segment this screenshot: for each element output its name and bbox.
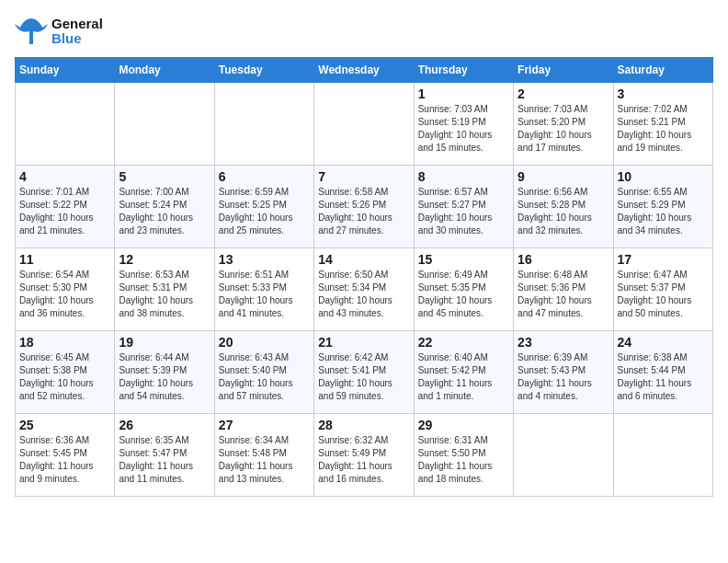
calendar-body: 1Sunrise: 7:03 AM Sunset: 5:19 PM Daylig… xyxy=(16,83,713,497)
calendar-day-cell: 17Sunrise: 6:47 AM Sunset: 5:37 PM Dayli… xyxy=(613,248,712,331)
calendar-day-cell xyxy=(613,414,712,497)
day-number: 28 xyxy=(318,418,409,432)
calendar-day-header: Saturday xyxy=(613,58,712,83)
day-number: 24 xyxy=(618,335,709,350)
day-number: 16 xyxy=(518,252,609,267)
day-info: Sunrise: 6:36 AM Sunset: 5:45 PM Dayligh… xyxy=(19,434,110,486)
day-number: 6 xyxy=(219,169,310,184)
calendar-day-cell: 5Sunrise: 7:00 AM Sunset: 5:24 PM Daylig… xyxy=(115,166,214,248)
day-number: 9 xyxy=(518,169,609,184)
day-info: Sunrise: 7:01 AM Sunset: 5:22 PM Dayligh… xyxy=(19,186,110,237)
day-number: 2 xyxy=(518,86,609,101)
day-info: Sunrise: 7:03 AM Sunset: 5:20 PM Dayligh… xyxy=(518,103,609,155)
day-number: 23 xyxy=(518,335,609,350)
day-number: 18 xyxy=(19,335,110,350)
calendar-week-row: 18Sunrise: 6:45 AM Sunset: 5:38 PM Dayli… xyxy=(16,331,713,414)
day-number: 26 xyxy=(119,418,210,432)
calendar-day-header: Thursday xyxy=(414,58,513,83)
logo-blue-text: Blue xyxy=(51,31,103,47)
calendar-day-cell: 13Sunrise: 6:51 AM Sunset: 5:33 PM Dayli… xyxy=(214,248,313,331)
calendar-day-cell: 27Sunrise: 6:34 AM Sunset: 5:48 PM Dayli… xyxy=(214,414,313,497)
calendar-week-row: 25Sunrise: 6:36 AM Sunset: 5:45 PM Dayli… xyxy=(16,414,713,497)
calendar-day-cell: 22Sunrise: 6:40 AM Sunset: 5:42 PM Dayli… xyxy=(414,331,513,414)
day-info: Sunrise: 6:42 AM Sunset: 5:41 PM Dayligh… xyxy=(318,351,409,403)
calendar-day-header: Wednesday xyxy=(314,58,414,83)
day-info: Sunrise: 6:43 AM Sunset: 5:40 PM Dayligh… xyxy=(219,351,310,403)
day-number: 21 xyxy=(318,335,409,350)
day-number: 14 xyxy=(318,252,409,267)
calendar-day-cell: 15Sunrise: 6:49 AM Sunset: 5:35 PM Dayli… xyxy=(414,248,513,331)
day-info: Sunrise: 6:58 AM Sunset: 5:26 PM Dayligh… xyxy=(318,186,409,237)
calendar-day-cell: 29Sunrise: 6:31 AM Sunset: 5:50 PM Dayli… xyxy=(414,414,513,497)
day-info: Sunrise: 6:32 AM Sunset: 5:49 PM Dayligh… xyxy=(318,434,409,486)
calendar-week-row: 1Sunrise: 7:03 AM Sunset: 5:19 PM Daylig… xyxy=(16,83,713,166)
day-info: Sunrise: 7:03 AM Sunset: 5:19 PM Dayligh… xyxy=(418,103,509,155)
day-number: 22 xyxy=(418,335,509,350)
calendar-day-cell xyxy=(514,414,613,497)
calendar-day-cell: 26Sunrise: 6:35 AM Sunset: 5:47 PM Dayli… xyxy=(115,414,214,497)
calendar-header-row: SundayMondayTuesdayWednesdayThursdayFrid… xyxy=(16,58,713,83)
calendar-day-cell: 10Sunrise: 6:55 AM Sunset: 5:29 PM Dayli… xyxy=(613,166,712,248)
day-info: Sunrise: 6:54 AM Sunset: 5:30 PM Dayligh… xyxy=(19,269,110,320)
calendar-day-cell: 14Sunrise: 6:50 AM Sunset: 5:34 PM Dayli… xyxy=(314,248,414,331)
logo-general-text: General xyxy=(51,17,103,32)
day-info: Sunrise: 6:35 AM Sunset: 5:47 PM Dayligh… xyxy=(119,434,210,486)
day-number: 20 xyxy=(219,335,310,350)
calendar-day-cell: 6Sunrise: 6:59 AM Sunset: 5:25 PM Daylig… xyxy=(214,166,313,248)
calendar-day-cell xyxy=(314,83,414,166)
calendar-week-row: 4Sunrise: 7:01 AM Sunset: 5:22 PM Daylig… xyxy=(16,166,713,248)
day-info: Sunrise: 6:53 AM Sunset: 5:31 PM Dayligh… xyxy=(119,269,210,320)
day-number: 11 xyxy=(19,252,110,267)
day-info: Sunrise: 6:44 AM Sunset: 5:39 PM Dayligh… xyxy=(119,351,210,403)
day-number: 19 xyxy=(119,335,210,350)
day-info: Sunrise: 6:49 AM Sunset: 5:35 PM Dayligh… xyxy=(418,269,509,320)
day-info: Sunrise: 6:55 AM Sunset: 5:29 PM Dayligh… xyxy=(618,186,709,237)
day-number: 15 xyxy=(418,252,509,267)
page-header: General Blue xyxy=(15,15,713,48)
calendar-day-cell: 20Sunrise: 6:43 AM Sunset: 5:40 PM Dayli… xyxy=(214,331,313,414)
day-number: 5 xyxy=(119,169,210,184)
calendar-day-cell: 19Sunrise: 6:44 AM Sunset: 5:39 PM Dayli… xyxy=(115,331,214,414)
calendar-day-header: Monday xyxy=(115,58,214,83)
calendar-day-cell: 12Sunrise: 6:53 AM Sunset: 5:31 PM Dayli… xyxy=(115,248,214,331)
calendar-day-cell: 16Sunrise: 6:48 AM Sunset: 5:36 PM Dayli… xyxy=(514,248,613,331)
day-number: 3 xyxy=(618,86,709,101)
day-info: Sunrise: 6:59 AM Sunset: 5:25 PM Dayligh… xyxy=(219,186,310,237)
day-number: 29 xyxy=(418,418,509,432)
logo: General Blue xyxy=(15,15,103,48)
day-info: Sunrise: 6:38 AM Sunset: 5:44 PM Dayligh… xyxy=(618,351,709,403)
calendar-day-cell xyxy=(214,83,313,166)
day-number: 12 xyxy=(119,252,210,267)
day-info: Sunrise: 6:51 AM Sunset: 5:33 PM Dayligh… xyxy=(219,269,310,320)
calendar-day-cell: 2Sunrise: 7:03 AM Sunset: 5:20 PM Daylig… xyxy=(514,83,613,166)
calendar-day-cell: 9Sunrise: 6:56 AM Sunset: 5:28 PM Daylig… xyxy=(514,166,613,248)
calendar-day-header: Tuesday xyxy=(214,58,313,83)
day-info: Sunrise: 7:00 AM Sunset: 5:24 PM Dayligh… xyxy=(119,186,210,237)
calendar-day-cell: 21Sunrise: 6:42 AM Sunset: 5:41 PM Dayli… xyxy=(314,331,414,414)
day-info: Sunrise: 6:57 AM Sunset: 5:27 PM Dayligh… xyxy=(418,186,509,237)
calendar-day-cell: 8Sunrise: 6:57 AM Sunset: 5:27 PM Daylig… xyxy=(414,166,513,248)
calendar-day-cell xyxy=(16,83,115,166)
calendar-day-cell: 3Sunrise: 7:02 AM Sunset: 5:21 PM Daylig… xyxy=(613,83,712,166)
day-info: Sunrise: 7:02 AM Sunset: 5:21 PM Dayligh… xyxy=(618,103,709,155)
day-info: Sunrise: 6:40 AM Sunset: 5:42 PM Dayligh… xyxy=(418,351,509,403)
day-number: 17 xyxy=(618,252,709,267)
day-info: Sunrise: 6:56 AM Sunset: 5:28 PM Dayligh… xyxy=(518,186,609,237)
calendar-day-cell: 18Sunrise: 6:45 AM Sunset: 5:38 PM Dayli… xyxy=(16,331,115,414)
day-info: Sunrise: 6:34 AM Sunset: 5:48 PM Dayligh… xyxy=(219,434,310,486)
calendar-day-cell: 23Sunrise: 6:39 AM Sunset: 5:43 PM Dayli… xyxy=(514,331,613,414)
calendar-day-cell: 1Sunrise: 7:03 AM Sunset: 5:19 PM Daylig… xyxy=(414,83,513,166)
day-info: Sunrise: 6:45 AM Sunset: 5:38 PM Dayligh… xyxy=(19,351,110,403)
calendar-day-cell: 25Sunrise: 6:36 AM Sunset: 5:45 PM Dayli… xyxy=(16,414,115,497)
day-number: 8 xyxy=(418,169,509,184)
day-number: 10 xyxy=(618,169,709,184)
logo-bird-icon xyxy=(15,15,48,48)
day-number: 13 xyxy=(219,252,310,267)
calendar-day-cell: 11Sunrise: 6:54 AM Sunset: 5:30 PM Dayli… xyxy=(16,248,115,331)
day-number: 1 xyxy=(418,86,509,101)
calendar-day-cell: 24Sunrise: 6:38 AM Sunset: 5:44 PM Dayli… xyxy=(613,331,712,414)
day-info: Sunrise: 6:50 AM Sunset: 5:34 PM Dayligh… xyxy=(318,269,409,320)
day-info: Sunrise: 6:47 AM Sunset: 5:37 PM Dayligh… xyxy=(618,269,709,320)
calendar-table: SundayMondayTuesdayWednesdayThursdayFrid… xyxy=(15,57,713,497)
calendar-day-cell xyxy=(115,83,214,166)
